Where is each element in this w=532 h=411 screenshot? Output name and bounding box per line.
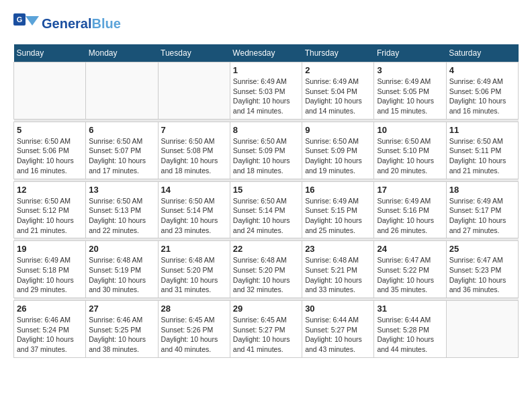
day-info: Sunrise: 6:49 AM Sunset: 5:15 PM Dayligh… [305, 196, 371, 236]
calendar-cell: 16Sunrise: 6:49 AM Sunset: 5:15 PM Dayli… [302, 181, 374, 238]
page-header: G GeneralBlue [13, 13, 519, 34]
calendar-cell: 12Sunrise: 6:50 AM Sunset: 5:12 PM Dayli… [14, 181, 86, 238]
day-number: 23 [305, 244, 371, 254]
day-number: 14 [161, 185, 227, 195]
logo-icon: G [13, 13, 39, 34]
day-number: 18 [449, 185, 515, 195]
calendar-cell: 6Sunrise: 6:50 AM Sunset: 5:07 PM Daylig… [86, 122, 158, 179]
day-number: 27 [89, 304, 154, 314]
calendar-cell: 29Sunrise: 6:45 AM Sunset: 5:27 PM Dayli… [230, 301, 302, 358]
calendar-cell: 14Sunrise: 6:50 AM Sunset: 5:14 PM Dayli… [158, 181, 230, 238]
day-info: Sunrise: 6:49 AM Sunset: 5:16 PM Dayligh… [377, 196, 443, 236]
day-number: 17 [377, 185, 443, 195]
day-info: Sunrise: 6:49 AM Sunset: 5:06 PM Dayligh… [449, 77, 515, 116]
day-info: Sunrise: 6:49 AM Sunset: 5:05 PM Dayligh… [377, 77, 443, 116]
day-info: Sunrise: 6:50 AM Sunset: 5:09 PM Dayligh… [305, 136, 371, 176]
day-number: 28 [161, 304, 227, 314]
logo-text: GeneralBlue [42, 16, 121, 31]
day-header-monday: Monday [86, 44, 158, 62]
day-number: 21 [161, 244, 227, 254]
day-info: Sunrise: 6:50 AM Sunset: 5:14 PM Dayligh… [161, 196, 227, 236]
day-number: 6 [89, 125, 154, 135]
day-header-tuesday: Tuesday [158, 44, 230, 62]
day-info: Sunrise: 6:50 AM Sunset: 5:07 PM Dayligh… [89, 136, 154, 176]
calendar-week-row: 5Sunrise: 6:50 AM Sunset: 5:06 PM Daylig… [14, 122, 519, 179]
calendar-week-row: 1Sunrise: 6:49 AM Sunset: 5:03 PM Daylig… [14, 62, 519, 120]
calendar-cell: 19Sunrise: 6:49 AM Sunset: 5:18 PM Dayli… [14, 241, 86, 298]
day-info: Sunrise: 6:48 AM Sunset: 5:21 PM Dayligh… [305, 255, 371, 295]
calendar-table: SundayMondayTuesdayWednesdayThursdayFrid… [13, 44, 519, 358]
day-number: 11 [449, 125, 515, 135]
calendar-cell [86, 62, 158, 120]
day-info: Sunrise: 6:49 AM Sunset: 5:03 PM Dayligh… [233, 77, 299, 116]
day-info: Sunrise: 6:50 AM Sunset: 5:10 PM Dayligh… [377, 136, 443, 176]
calendar-cell [158, 62, 230, 120]
calendar-cell: 24Sunrise: 6:47 AM Sunset: 5:22 PM Dayli… [374, 241, 446, 298]
calendar-cell: 30Sunrise: 6:44 AM Sunset: 5:27 PM Dayli… [302, 301, 374, 358]
day-info: Sunrise: 6:48 AM Sunset: 5:20 PM Dayligh… [233, 255, 299, 295]
day-info: Sunrise: 6:44 AM Sunset: 5:27 PM Dayligh… [305, 315, 371, 355]
calendar-cell: 18Sunrise: 6:49 AM Sunset: 5:17 PM Dayli… [446, 181, 518, 238]
day-number: 2 [305, 65, 371, 75]
day-number: 7 [161, 125, 227, 135]
day-number: 9 [305, 125, 371, 135]
day-number: 1 [233, 65, 299, 75]
svg-marker-2 [26, 16, 39, 26]
calendar-cell: 3Sunrise: 6:49 AM Sunset: 5:05 PM Daylig… [374, 62, 446, 120]
calendar-cell: 10Sunrise: 6:50 AM Sunset: 5:10 PM Dayli… [374, 122, 446, 179]
day-info: Sunrise: 6:47 AM Sunset: 5:22 PM Dayligh… [377, 255, 443, 295]
calendar-week-row: 26Sunrise: 6:46 AM Sunset: 5:24 PM Dayli… [14, 301, 519, 358]
day-info: Sunrise: 6:50 AM Sunset: 5:06 PM Dayligh… [17, 136, 83, 176]
calendar-header-row: SundayMondayTuesdayWednesdayThursdayFrid… [14, 44, 519, 62]
day-info: Sunrise: 6:48 AM Sunset: 5:20 PM Dayligh… [161, 255, 227, 295]
day-info: Sunrise: 6:49 AM Sunset: 5:17 PM Dayligh… [449, 196, 515, 236]
day-number: 12 [17, 185, 83, 195]
day-number: 13 [89, 185, 154, 195]
day-info: Sunrise: 6:45 AM Sunset: 5:26 PM Dayligh… [161, 315, 227, 355]
day-info: Sunrise: 6:49 AM Sunset: 5:18 PM Dayligh… [17, 255, 83, 295]
calendar-cell: 23Sunrise: 6:48 AM Sunset: 5:21 PM Dayli… [302, 241, 374, 298]
day-number: 3 [377, 65, 443, 75]
day-info: Sunrise: 6:50 AM Sunset: 5:13 PM Dayligh… [89, 196, 154, 236]
day-info: Sunrise: 6:46 AM Sunset: 5:25 PM Dayligh… [89, 315, 154, 355]
calendar-cell: 27Sunrise: 6:46 AM Sunset: 5:25 PM Dayli… [86, 301, 158, 358]
day-info: Sunrise: 6:50 AM Sunset: 5:14 PM Dayligh… [233, 196, 299, 236]
day-info: Sunrise: 6:50 AM Sunset: 5:12 PM Dayligh… [17, 196, 83, 236]
calendar-cell: 4Sunrise: 6:49 AM Sunset: 5:06 PM Daylig… [446, 62, 518, 120]
calendar-cell: 5Sunrise: 6:50 AM Sunset: 5:06 PM Daylig… [14, 122, 86, 179]
calendar-cell: 26Sunrise: 6:46 AM Sunset: 5:24 PM Dayli… [14, 301, 86, 358]
day-number: 19 [17, 244, 83, 254]
day-number: 10 [377, 125, 443, 135]
calendar-cell: 13Sunrise: 6:50 AM Sunset: 5:13 PM Dayli… [86, 181, 158, 238]
day-number: 25 [449, 244, 515, 254]
calendar-cell: 9Sunrise: 6:50 AM Sunset: 5:09 PM Daylig… [302, 122, 374, 179]
day-number: 30 [305, 304, 371, 314]
day-number: 22 [233, 244, 299, 254]
day-number: 20 [89, 244, 154, 254]
day-info: Sunrise: 6:45 AM Sunset: 5:27 PM Dayligh… [233, 315, 299, 355]
day-info: Sunrise: 6:50 AM Sunset: 5:11 PM Dayligh… [449, 136, 515, 176]
day-header-sunday: Sunday [14, 44, 86, 62]
day-number: 31 [377, 304, 443, 314]
calendar-cell [14, 62, 86, 120]
day-header-wednesday: Wednesday [230, 44, 302, 62]
calendar-cell: 17Sunrise: 6:49 AM Sunset: 5:16 PM Dayli… [374, 181, 446, 238]
day-info: Sunrise: 6:49 AM Sunset: 5:04 PM Dayligh… [305, 77, 371, 116]
day-number: 15 [233, 185, 299, 195]
calendar-cell: 25Sunrise: 6:47 AM Sunset: 5:23 PM Dayli… [446, 241, 518, 298]
calendar-cell: 7Sunrise: 6:50 AM Sunset: 5:08 PM Daylig… [158, 122, 230, 179]
day-header-friday: Friday [374, 44, 446, 62]
day-number: 4 [449, 65, 515, 75]
calendar-cell: 22Sunrise: 6:48 AM Sunset: 5:20 PM Dayli… [230, 241, 302, 298]
calendar-cell: 15Sunrise: 6:50 AM Sunset: 5:14 PM Dayli… [230, 181, 302, 238]
day-info: Sunrise: 6:48 AM Sunset: 5:19 PM Dayligh… [89, 255, 154, 295]
logo: G GeneralBlue [13, 13, 121, 34]
calendar-week-row: 19Sunrise: 6:49 AM Sunset: 5:18 PM Dayli… [14, 241, 519, 298]
calendar-cell: 11Sunrise: 6:50 AM Sunset: 5:11 PM Dayli… [446, 122, 518, 179]
day-number: 5 [17, 125, 83, 135]
calendar-cell: 31Sunrise: 6:44 AM Sunset: 5:28 PM Dayli… [374, 301, 446, 358]
day-info: Sunrise: 6:50 AM Sunset: 5:09 PM Dayligh… [233, 136, 299, 176]
calendar-cell: 2Sunrise: 6:49 AM Sunset: 5:04 PM Daylig… [302, 62, 374, 120]
calendar-cell: 21Sunrise: 6:48 AM Sunset: 5:20 PM Dayli… [158, 241, 230, 298]
calendar-week-row: 12Sunrise: 6:50 AM Sunset: 5:12 PM Dayli… [14, 181, 519, 238]
